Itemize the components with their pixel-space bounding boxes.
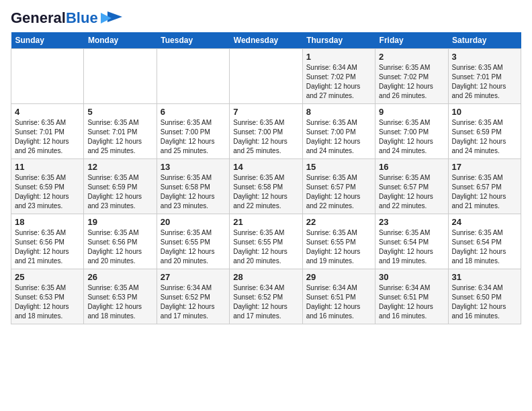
day-info: Sunrise: 6:35 AM Sunset: 6:55 PM Dayligh… [233,228,298,266]
day-info: Sunrise: 6:35 AM Sunset: 6:56 PM Dayligh… [15,228,80,266]
day-info: Sunrise: 6:35 AM Sunset: 6:57 PM Dayligh… [306,173,371,211]
day-info: Sunrise: 6:35 AM Sunset: 6:54 PM Dayligh… [452,228,517,266]
day-number: 2 [379,52,444,62]
week-row-2: 4Sunrise: 6:35 AM Sunset: 7:01 PM Daylig… [11,104,521,159]
day-cell: 11Sunrise: 6:35 AM Sunset: 6:59 PM Dayli… [11,159,84,214]
day-number: 28 [233,272,298,282]
day-number: 25 [15,272,80,282]
day-info: Sunrise: 6:35 AM Sunset: 6:57 PM Dayligh… [379,173,444,211]
page-header: GeneralBlue [11,11,521,26]
day-info: Sunrise: 6:35 AM Sunset: 7:01 PM Dayligh… [15,118,80,156]
day-cell: 7Sunrise: 6:35 AM Sunset: 7:00 PM Daylig… [230,104,302,159]
day-info: Sunrise: 6:34 AM Sunset: 6:50 PM Dayligh… [452,283,517,321]
day-header-sunday: Sunday [11,32,84,49]
day-cell [230,49,302,104]
day-info: Sunrise: 6:35 AM Sunset: 7:01 PM Dayligh… [87,118,152,156]
day-number: 26 [87,272,152,282]
week-row-1: 1Sunrise: 6:34 AM Sunset: 7:02 PM Daylig… [11,49,521,104]
day-cell: 16Sunrise: 6:35 AM Sunset: 6:57 PM Dayli… [375,159,448,214]
day-info: Sunrise: 6:35 AM Sunset: 6:59 PM Dayligh… [87,173,152,211]
day-number: 29 [306,272,371,282]
day-info: Sunrise: 6:35 AM Sunset: 6:54 PM Dayligh… [379,228,444,266]
day-cell: 3Sunrise: 6:35 AM Sunset: 7:01 PM Daylig… [448,49,521,104]
day-info: Sunrise: 6:34 AM Sunset: 6:51 PM Dayligh… [379,283,444,321]
day-number: 21 [233,217,298,227]
logo-icon [101,11,122,25]
day-header-wednesday: Wednesday [230,32,302,49]
day-cell: 30Sunrise: 6:34 AM Sunset: 6:51 PM Dayli… [375,269,448,324]
day-number: 4 [15,107,80,117]
day-number: 19 [87,217,152,227]
day-number: 23 [379,217,444,227]
day-info: Sunrise: 6:35 AM Sunset: 6:57 PM Dayligh… [452,173,517,211]
day-number: 6 [161,107,226,117]
day-number: 14 [233,162,298,172]
day-cell: 13Sunrise: 6:35 AM Sunset: 6:58 PM Dayli… [157,159,229,214]
day-cell: 14Sunrise: 6:35 AM Sunset: 6:58 PM Dayli… [230,159,302,214]
day-info: Sunrise: 6:35 AM Sunset: 6:56 PM Dayligh… [87,228,152,266]
day-cell: 23Sunrise: 6:35 AM Sunset: 6:54 PM Dayli… [375,214,448,269]
day-info: Sunrise: 6:35 AM Sunset: 6:59 PM Dayligh… [452,118,517,156]
day-cell: 25Sunrise: 6:35 AM Sunset: 6:53 PM Dayli… [11,269,84,324]
day-cell: 31Sunrise: 6:34 AM Sunset: 6:50 PM Dayli… [448,269,521,324]
week-row-3: 11Sunrise: 6:35 AM Sunset: 6:59 PM Dayli… [11,159,521,214]
day-cell: 12Sunrise: 6:35 AM Sunset: 6:59 PM Dayli… [84,159,157,214]
day-cell: 15Sunrise: 6:35 AM Sunset: 6:57 PM Dayli… [302,159,375,214]
day-info: Sunrise: 6:35 AM Sunset: 7:02 PM Dayligh… [379,63,444,101]
day-cell: 10Sunrise: 6:35 AM Sunset: 6:59 PM Dayli… [448,104,521,159]
day-cell: 28Sunrise: 6:34 AM Sunset: 6:52 PM Dayli… [230,269,302,324]
day-cell [84,49,157,104]
day-cell: 1Sunrise: 6:34 AM Sunset: 7:02 PM Daylig… [302,49,375,104]
day-number: 5 [87,107,152,117]
day-cell: 24Sunrise: 6:35 AM Sunset: 6:54 PM Dayli… [448,214,521,269]
day-number: 18 [15,217,80,227]
day-info: Sunrise: 6:35 AM Sunset: 6:55 PM Dayligh… [306,228,371,266]
day-cell: 17Sunrise: 6:35 AM Sunset: 6:57 PM Dayli… [448,159,521,214]
day-cell: 18Sunrise: 6:35 AM Sunset: 6:56 PM Dayli… [11,214,84,269]
day-info: Sunrise: 6:35 AM Sunset: 6:58 PM Dayligh… [161,173,226,211]
day-number: 12 [87,162,152,172]
day-number: 20 [161,217,226,227]
day-info: Sunrise: 6:35 AM Sunset: 6:58 PM Dayligh… [233,173,298,211]
day-header-friday: Friday [375,32,448,49]
day-number: 31 [452,272,517,282]
day-info: Sunrise: 6:35 AM Sunset: 7:00 PM Dayligh… [306,118,371,156]
day-cell: 20Sunrise: 6:35 AM Sunset: 6:55 PM Dayli… [157,214,229,269]
day-info: Sunrise: 6:34 AM Sunset: 6:52 PM Dayligh… [161,283,226,321]
day-info: Sunrise: 6:35 AM Sunset: 6:53 PM Dayligh… [87,283,152,321]
day-number: 9 [379,107,444,117]
week-row-5: 25Sunrise: 6:35 AM Sunset: 6:53 PM Dayli… [11,269,521,324]
day-info: Sunrise: 6:34 AM Sunset: 6:52 PM Dayligh… [233,283,298,321]
day-header-saturday: Saturday [448,32,521,49]
day-cell: 6Sunrise: 6:35 AM Sunset: 7:00 PM Daylig… [157,104,229,159]
day-number: 22 [306,217,371,227]
day-cell: 29Sunrise: 6:34 AM Sunset: 6:51 PM Dayli… [302,269,375,324]
day-number: 1 [306,52,371,62]
logo-text: GeneralBlue [11,11,98,26]
day-cell: 9Sunrise: 6:35 AM Sunset: 7:00 PM Daylig… [375,104,448,159]
day-number: 13 [161,162,226,172]
day-cell: 8Sunrise: 6:35 AM Sunset: 7:00 PM Daylig… [302,104,375,159]
week-row-4: 18Sunrise: 6:35 AM Sunset: 6:56 PM Dayli… [11,214,521,269]
day-info: Sunrise: 6:35 AM Sunset: 6:53 PM Dayligh… [15,283,80,321]
day-number: 15 [306,162,371,172]
day-number: 16 [379,162,444,172]
day-info: Sunrise: 6:35 AM Sunset: 7:00 PM Dayligh… [233,118,298,156]
day-info: Sunrise: 6:35 AM Sunset: 7:00 PM Dayligh… [379,118,444,156]
day-info: Sunrise: 6:35 AM Sunset: 7:00 PM Dayligh… [161,118,226,156]
day-info: Sunrise: 6:35 AM Sunset: 6:59 PM Dayligh… [15,173,80,211]
day-number: 11 [15,162,80,172]
day-number: 8 [306,107,371,117]
day-cell: 22Sunrise: 6:35 AM Sunset: 6:55 PM Dayli… [302,214,375,269]
day-header-thursday: Thursday [302,32,375,49]
day-cell: 21Sunrise: 6:35 AM Sunset: 6:55 PM Dayli… [230,214,302,269]
day-cell [157,49,229,104]
day-header-tuesday: Tuesday [157,32,229,49]
day-number: 27 [161,272,226,282]
day-number: 30 [379,272,444,282]
svg-marker-0 [107,11,122,22]
day-cell [11,49,84,104]
day-cell: 27Sunrise: 6:34 AM Sunset: 6:52 PM Dayli… [157,269,229,324]
calendar-table: SundayMondayTuesdayWednesdayThursdayFrid… [11,32,521,324]
day-cell: 26Sunrise: 6:35 AM Sunset: 6:53 PM Dayli… [84,269,157,324]
